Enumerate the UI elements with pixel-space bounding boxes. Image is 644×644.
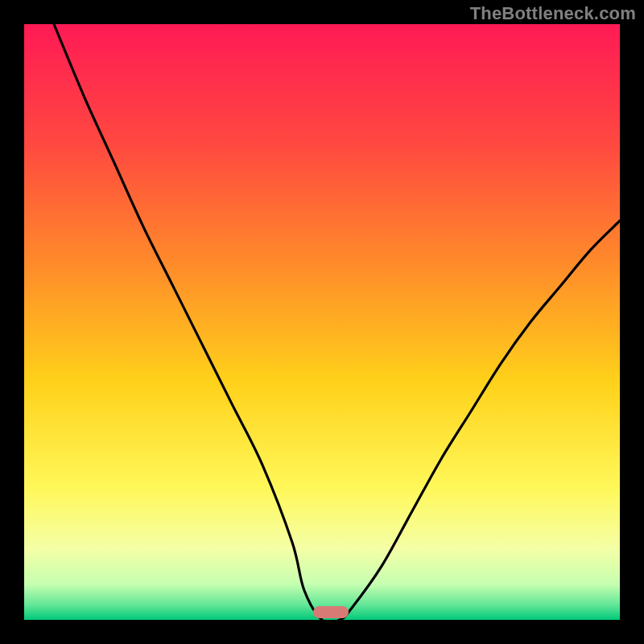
- bottleneck-curve: [24, 24, 620, 620]
- watermark-text: TheBottleneck.com: [470, 3, 636, 24]
- minimum-marker: [313, 606, 349, 618]
- chart-stage: TheBottleneck.com: [0, 0, 644, 644]
- plot-area: [24, 24, 620, 620]
